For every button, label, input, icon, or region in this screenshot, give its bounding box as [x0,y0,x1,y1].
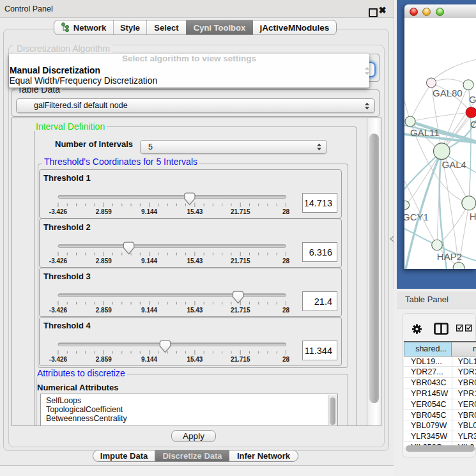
svg-text:GAL11: GAL11 [410,127,440,138]
svg-text:H: H [470,211,476,222]
svg-text:GA: GA [469,94,476,105]
svg-text:GAL4: GAL4 [442,159,466,170]
svg-text:GCY1: GCY1 [404,211,429,222]
svg-text:GAL80: GAL80 [433,88,463,98]
svg-text:C: C [470,119,476,130]
svg-text:HAP2: HAP2 [437,251,462,262]
